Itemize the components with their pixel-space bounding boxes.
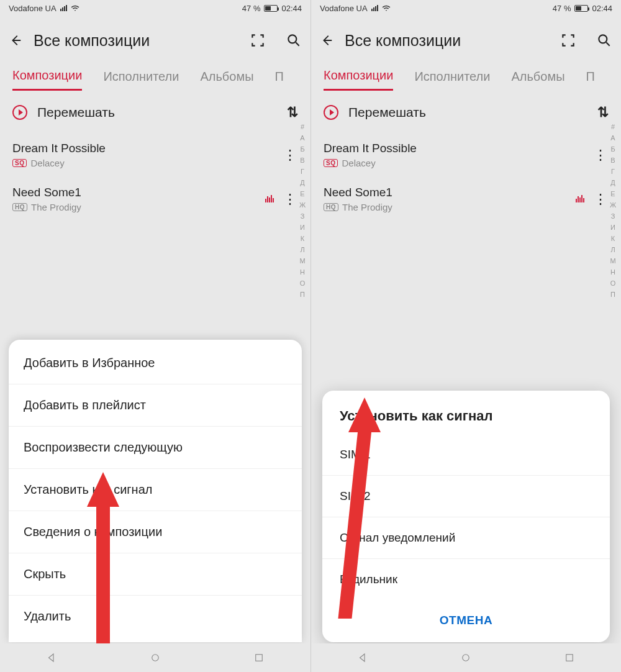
svg-point-4 [463, 655, 469, 661]
alpha-letter[interactable]: И [610, 224, 615, 231]
alpha-letter[interactable]: Г [301, 168, 304, 175]
song-title: Dream It Possible [12, 142, 298, 155]
alpha-index[interactable]: # А Б В Г Д Е Ж З И К Л М Н О П [607, 123, 619, 298]
song-artist: Delacey [342, 158, 375, 168]
dialog-title: Установить как сигнал [322, 396, 610, 434]
song-menu-icon[interactable]: ⋮ [594, 147, 606, 163]
song-artist: The Prodigy [31, 202, 81, 212]
scan-icon[interactable] [250, 32, 266, 48]
menu-item-play-next[interactable]: Воспроизвести следующую [9, 427, 302, 469]
alpha-letter[interactable]: З [301, 212, 305, 220]
alpha-letter[interactable]: К [611, 235, 615, 242]
alpha-letter[interactable]: К [301, 235, 304, 242]
alpha-letter[interactable]: А [300, 134, 304, 142]
alpha-letter[interactable]: Ж [610, 201, 616, 209]
alpha-letter[interactable]: З [611, 212, 615, 220]
tab-artists[interactable]: Исполнители [414, 70, 490, 90]
alpha-letter[interactable]: М [299, 257, 305, 265]
alpha-letter[interactable]: Н [300, 268, 305, 276]
song-menu-icon[interactable]: ⋮ [283, 147, 296, 163]
song-menu-icon[interactable]: ⋮ [594, 191, 606, 207]
svg-point-0 [288, 35, 296, 43]
back-icon[interactable] [9, 34, 22, 47]
tab-albums[interactable]: Альбомы [200, 70, 253, 90]
wifi-icon [382, 4, 391, 12]
alpha-letter[interactable]: И [300, 224, 305, 231]
tab-compositions[interactable]: Композиции [324, 68, 393, 91]
play-icon [12, 105, 27, 120]
alpha-letter[interactable]: В [300, 157, 304, 164]
menu-item-hide[interactable]: Скрыть [9, 553, 302, 596]
alpha-letter[interactable]: О [610, 279, 616, 287]
alpha-letter[interactable]: Д [610, 179, 615, 186]
menu-item-song-info[interactable]: Сведения о композиции [9, 511, 302, 553]
alpha-index[interactable]: # А Б В Г Д Е Ж З И К Л М Н О П [297, 123, 308, 298]
system-navbar [311, 643, 621, 672]
page-title: Все композиции [34, 32, 230, 50]
song-artist: Delacey [30, 158, 64, 168]
svg-point-3 [599, 35, 607, 43]
shuffle-row[interactable]: Перемешать ⇅ [311, 94, 621, 130]
song-row[interactable]: Dream It Possible SQ Delacey ⋮ [0, 133, 310, 177]
alpha-letter[interactable]: В [610, 157, 615, 164]
svg-point-1 [152, 655, 159, 661]
alpha-letter[interactable]: О [300, 279, 306, 287]
sort-icon[interactable]: ⇅ [597, 104, 609, 120]
alpha-letter[interactable]: Е [300, 190, 304, 198]
scan-icon[interactable] [560, 32, 576, 48]
song-list: Dream It Possible SQ Delacey ⋮ Need Some… [0, 130, 310, 224]
dialog-item-notification[interactable]: Сигнал уведомлений [322, 517, 610, 559]
alpha-letter[interactable]: П [300, 291, 305, 298]
tab-more[interactable]: П [275, 70, 284, 90]
song-row[interactable]: Need Some1 HQ The Prodigy ⋮ [0, 177, 310, 221]
tab-artists[interactable]: Исполнители [103, 70, 179, 90]
menu-item-add-favorite[interactable]: Добавить в Избранное [9, 342, 302, 384]
alpha-letter[interactable]: Г [611, 168, 615, 175]
alpha-letter[interactable]: М [610, 257, 615, 265]
ringtone-dialog: Установить как сигнал SIM 1 SIM 2 Сигнал… [322, 391, 610, 642]
clock: 02:44 [592, 4, 612, 13]
alpha-letter[interactable]: # [301, 123, 304, 130]
tab-albums[interactable]: Альбомы [511, 70, 564, 90]
shuffle-label: Перемешать [348, 105, 426, 120]
dialog-item-alarm[interactable]: Будильник [322, 559, 610, 600]
song-menu-icon[interactable]: ⋮ [283, 191, 296, 207]
nav-home-icon[interactable] [150, 652, 161, 663]
shuffle-row[interactable]: Перемешать ⇅ [0, 94, 310, 130]
back-icon[interactable] [320, 34, 333, 47]
alpha-letter[interactable]: # [611, 123, 615, 130]
tab-compositions[interactable]: Композиции [12, 68, 82, 91]
alpha-letter[interactable]: Л [300, 246, 304, 253]
song-row[interactable]: Need Some1 HQ The Prodigy ⋮ [311, 177, 621, 221]
menu-item-add-playlist[interactable]: Добавить в плейлист [9, 384, 302, 427]
alpha-letter[interactable]: Н [610, 268, 615, 276]
nav-recent-icon[interactable] [564, 652, 575, 663]
alpha-letter[interactable]: Ж [299, 201, 306, 209]
alpha-letter[interactable]: П [610, 291, 615, 298]
alpha-letter[interactable]: Б [610, 145, 615, 153]
nav-recent-icon[interactable] [253, 652, 265, 663]
dialog-cancel-button[interactable]: ОТМЕНА [322, 600, 610, 637]
dialog-item-sim2[interactable]: SIM 2 [322, 476, 610, 517]
song-row[interactable]: Dream It Possible SQ Delacey ⋮ [311, 133, 621, 177]
sort-icon[interactable]: ⇅ [287, 104, 298, 120]
nav-back-icon[interactable] [357, 652, 368, 663]
nav-home-icon[interactable] [460, 652, 471, 663]
alpha-letter[interactable]: Е [610, 190, 615, 198]
phone-right: Vodafone UA 47 % 02:44 Все композиции Ко… [310, 0, 621, 672]
nav-back-icon[interactable] [46, 652, 57, 663]
alpha-letter[interactable]: Л [610, 246, 615, 253]
tab-more[interactable]: П [586, 70, 595, 90]
svg-rect-5 [566, 655, 573, 661]
alpha-letter[interactable]: Б [300, 145, 304, 153]
alpha-letter[interactable]: А [610, 134, 615, 142]
song-title: Need Some1 [324, 186, 609, 199]
alpha-letter[interactable]: Д [300, 179, 304, 186]
menu-item-set-ringtone[interactable]: Установить как сигнал [9, 469, 302, 511]
battery-icon [574, 5, 588, 12]
dialog-item-sim1[interactable]: SIM 1 [322, 434, 610, 476]
menu-item-delete[interactable]: Удалить [9, 596, 302, 637]
app-header: Все композиции [0, 16, 310, 65]
search-icon[interactable] [286, 32, 302, 48]
search-icon[interactable] [596, 32, 612, 48]
